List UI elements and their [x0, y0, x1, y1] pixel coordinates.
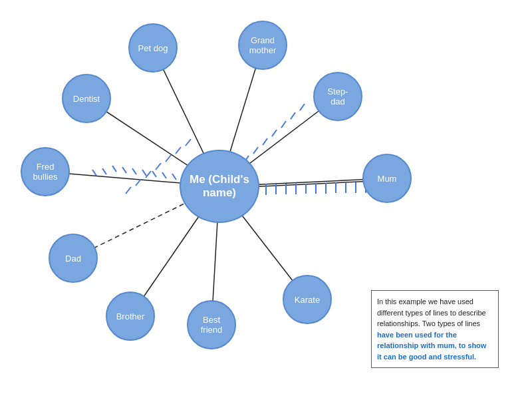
svg-line-32 — [281, 121, 286, 128]
svg-line-19 — [172, 174, 176, 180]
svg-line-34 — [300, 104, 305, 110]
node-grandmother-label: Grandmother — [249, 35, 276, 55]
svg-line-11 — [166, 155, 171, 162]
svg-line-29 — [253, 147, 258, 154]
svg-line-14 — [156, 163, 161, 170]
node-fred: Fredbullies — [21, 147, 70, 196]
node-mum: Mum — [362, 154, 412, 203]
node-dentist-label: Dentist — [73, 94, 100, 104]
node-best-friend: Bestfriend — [187, 300, 236, 349]
node-step-dad-label: Step-dad — [327, 87, 348, 106]
svg-line-25 — [112, 166, 116, 172]
node-best-friend-label: Bestfriend — [201, 315, 223, 335]
svg-line-23 — [132, 168, 136, 174]
legend-text: In this example we have used different t… — [377, 297, 486, 361]
svg-line-24 — [122, 167, 126, 173]
svg-line-17 — [126, 187, 131, 194]
svg-line-20 — [162, 172, 166, 178]
svg-line-26 — [102, 168, 106, 174]
node-mum-label: Mum — [378, 174, 397, 184]
svg-line-16 — [136, 179, 141, 186]
node-dad: Dad — [49, 234, 98, 283]
center-node: Me (Child's name) — [180, 150, 259, 223]
svg-line-30 — [263, 138, 267, 145]
node-pet-dog-label: Pet dog — [138, 43, 168, 53]
svg-line-31 — [272, 130, 277, 136]
svg-line-33 — [291, 112, 295, 119]
legend-box: In this example we have used different t… — [371, 290, 499, 368]
svg-line-13 — [186, 139, 191, 146]
node-step-dad: Step-dad — [313, 72, 362, 121]
svg-line-15 — [146, 171, 151, 178]
node-dentist: Dentist — [62, 74, 111, 123]
node-grandmother: Grandmother — [238, 21, 287, 70]
node-brother: Brother — [106, 292, 155, 341]
svg-line-27 — [92, 170, 96, 176]
svg-line-22 — [142, 170, 146, 176]
node-karate: Karate — [283, 275, 332, 324]
svg-line-21 — [152, 171, 156, 177]
node-fred-label: Fredbullies — [33, 162, 58, 182]
diagram: Me (Child's name) Pet dog Grandmother De… — [0, 0, 532, 394]
node-brother-label: Brother — [116, 311, 145, 321]
node-pet-dog: Pet dog — [128, 23, 178, 73]
svg-line-12 — [176, 147, 181, 154]
node-karate-label: Karate — [295, 295, 320, 305]
center-label: Me (Child's name) — [181, 173, 258, 200]
node-dad-label: Dad — [65, 254, 81, 264]
